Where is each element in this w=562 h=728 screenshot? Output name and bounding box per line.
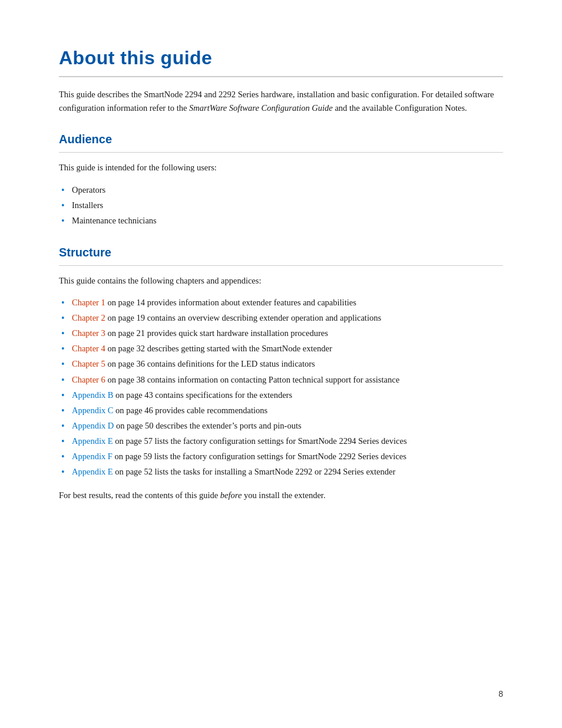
list-item: Chapter 2 on page 19 contains an overvie… [59, 310, 503, 325]
appendixe1-link[interactable]: Appendix E [72, 436, 113, 446]
chapter2-text: on page 19 contains an overview describi… [105, 313, 381, 322]
appendixb-link[interactable]: Appendix B [72, 390, 113, 400]
final-note: For best results, read the contents of t… [59, 489, 503, 502]
title-divider [59, 76, 503, 77]
chapter1-link[interactable]: Chapter 1 [72, 298, 105, 307]
intro-italic: SmartWare Software Configuration Guide [189, 103, 333, 113]
appendixd-link[interactable]: Appendix D [72, 421, 114, 430]
appendixe2-text: on page 52 lists the tasks for installin… [113, 467, 396, 476]
audience-list: Operators Installers Maintenance technic… [59, 182, 503, 228]
chapter6-text: on page 38 contains information on conta… [105, 375, 399, 384]
final-note-post: you install the extender. [242, 490, 325, 500]
intro-paragraph: This guide describes the SmartNode 2294 … [59, 88, 503, 115]
chapter3-link[interactable]: Chapter 3 [72, 328, 105, 338]
appendixe1-text: on page 57 lists the factory configurati… [113, 436, 407, 446]
list-item: Chapter 5 on page 36 contains definition… [59, 356, 503, 371]
list-item: Maintenance technicians [59, 213, 503, 228]
chapter5-link[interactable]: Chapter 5 [72, 359, 105, 368]
list-item: Chapter 3 on page 21 provides quick star… [59, 325, 503, 341]
chapter6-link[interactable]: Chapter 6 [72, 375, 105, 384]
appendixd-text: on page 50 describes the extender’s port… [114, 421, 301, 430]
intro-text-end: and the available Configuration Notes. [333, 103, 467, 113]
appendixc-link[interactable]: Appendix C [72, 406, 113, 415]
final-note-pre: For best results, read the contents of t… [59, 490, 220, 500]
chapter5-text: on page 36 contains definitions for the … [105, 359, 315, 368]
list-item: Appendix E on page 52 lists the tasks fo… [59, 464, 503, 479]
appendixf-link[interactable]: Appendix F [72, 452, 113, 461]
appendixf-text: on page 59 lists the factory configurati… [113, 452, 406, 461]
list-item: Appendix E on page 57 lists the factory … [59, 433, 503, 449]
list-item: Chapter 4 on page 32 describes getting s… [59, 341, 503, 356]
structure-section: Structure This guide contains the follow… [59, 246, 503, 503]
audience-section: Audience This guide is intended for the … [59, 133, 503, 228]
page-title: About this guide [59, 47, 503, 69]
final-note-italic: before [220, 490, 242, 500]
structure-lead: This guide contains the following chapte… [59, 274, 503, 288]
list-item: Appendix D on page 50 describes the exte… [59, 418, 503, 433]
appendixb-text: on page 43 contains specifications for t… [113, 390, 292, 400]
chapter4-link[interactable]: Chapter 4 [72, 344, 105, 353]
structure-list: Chapter 1 on page 14 provides informatio… [59, 295, 503, 479]
list-item: Appendix F on page 59 lists the factory … [59, 449, 503, 464]
appendixe2-link[interactable]: Appendix E [72, 467, 113, 476]
audience-divider [59, 152, 503, 153]
list-item: Appendix C on page 46 provides cable rec… [59, 403, 503, 418]
structure-divider [59, 265, 503, 266]
appendixc-text: on page 46 provides cable recommendation… [113, 406, 267, 415]
chapter4-text: on page 32 describes getting started wit… [105, 344, 332, 353]
audience-heading: Audience [59, 133, 503, 146]
list-item: Chapter 6 on page 38 contains informatio… [59, 372, 503, 387]
chapter3-text: on page 21 provides quick start hardware… [105, 328, 328, 338]
list-item: Chapter 1 on page 14 provides informatio… [59, 295, 503, 310]
page-number: 8 [498, 689, 503, 699]
list-item: Appendix B on page 43 contains specifica… [59, 387, 503, 403]
chapter1-text: on page 14 provides information about ex… [105, 298, 356, 307]
structure-heading: Structure [59, 246, 503, 259]
list-item: Operators [59, 182, 503, 197]
audience-lead: This guide is intended for the following… [59, 161, 503, 174]
chapter2-link[interactable]: Chapter 2 [72, 313, 105, 322]
page-container: About this guide This guide describes th… [0, 0, 562, 728]
list-item: Installers [59, 197, 503, 213]
